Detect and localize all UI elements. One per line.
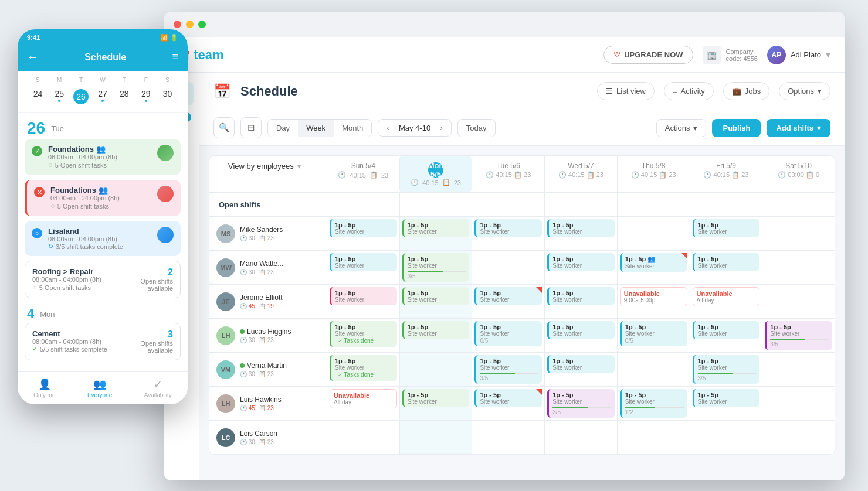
list-view-button[interactable]: ☰ List view (597, 82, 655, 100)
tab-month[interactable]: Month (334, 120, 371, 137)
shift-lucas-sat[interactable]: 1p - 5p Site worker 3/5 (765, 321, 832, 350)
shift-verna-tue[interactable]: 1p - 5p Site worker 3/5 (474, 355, 542, 384)
phone-nav-only-me[interactable]: 👤 Only me (33, 378, 55, 398)
actions-label: Actions (665, 124, 690, 132)
cal-day-24[interactable]: 24 (27, 87, 49, 107)
shift-mario-thu[interactable]: 1p - 5p 👥 Site worker (620, 253, 687, 272)
mike-avatar: MS (216, 224, 235, 243)
progress-fill (625, 407, 655, 408)
shift-jerome-wed[interactable]: 1p - 5p Site worker (547, 287, 615, 305)
upgrade-now-button[interactable]: ♡ UPGRADE NOW (603, 46, 693, 64)
shift-mario-wed[interactable]: 1p - 5p Site worker (547, 253, 615, 271)
shift-luis-sun-unavail[interactable]: Unavailable All day (330, 389, 397, 408)
add-shifts-button[interactable]: Add shifts ▾ (767, 119, 830, 137)
progress-fill (698, 373, 733, 374)
window-close-button[interactable] (174, 21, 181, 28)
view-by-employees[interactable]: View by employees ▾ (219, 162, 322, 171)
date-prev-button[interactable]: ‹ (384, 122, 392, 134)
cal-day-28[interactable]: 28 (113, 87, 135, 107)
shift-jerome-tue[interactable]: 1p - 5p Site worker (474, 287, 542, 305)
phone-shift-card-roofing[interactable]: Roofing > Repair 08:00am - 04:00pm (8h) … (25, 261, 181, 298)
heart-icon: ♡ (613, 50, 621, 59)
shift-mike-sun[interactable]: 1p - 5p Site worker (330, 219, 397, 237)
upgrade-label: UPGRADE NOW (624, 50, 683, 59)
shift-mario-mon[interactable]: 1p - 5p Site worker 3/5 (402, 253, 470, 282)
window-minimize-button[interactable] (186, 21, 194, 28)
luis-details: Luis Hawkins 🕐 45 📋 23 (240, 395, 282, 411)
cal-day-27[interactable]: 27 (92, 87, 114, 107)
shift-time: 1p - 5p (698, 323, 757, 330)
mario-thu: 1p - 5p 👥 Site worker (617, 251, 690, 284)
shift-jerome-sun[interactable]: 1p - 5p Site worker (330, 287, 397, 305)
shift-mario-fri[interactable]: 1p - 5p Site worker (693, 253, 760, 271)
shift-mike-wed[interactable]: 1p - 5p Site worker (547, 219, 615, 237)
cal-header-w: W (92, 77, 114, 83)
mario-name: Mario Watte... (240, 260, 283, 268)
shift-luis-tue[interactable]: 1p - 5p Site worker (474, 389, 542, 407)
shift-jerome-fri-unavail[interactable]: Unavailable All day (693, 287, 760, 306)
cal-day-30[interactable]: 30 (157, 87, 178, 107)
lois-tue (472, 421, 544, 454)
sun-cal-icon: 📋 (369, 171, 378, 179)
phone-screen-title: Schedule (84, 52, 126, 63)
shift-lucas-thu[interactable]: 1p - 5p Site worker 0/5 (620, 321, 687, 346)
shift-verna-sun[interactable]: 1p - 5p Site worker ✓ Tasks done (330, 355, 397, 381)
date-next-button[interactable]: › (438, 122, 445, 134)
publish-button[interactable]: Publish (712, 119, 761, 137)
shift-time: 1p - 5p (552, 357, 611, 364)
user-profile[interactable]: AP Adi Plato ▾ (767, 46, 830, 64)
shift-jerome-mon[interactable]: 1p - 5p Site worker (402, 287, 470, 305)
actions-button[interactable]: Actions ▾ (656, 119, 707, 137)
activity-button[interactable]: ≡ Activity (664, 82, 714, 100)
shift-luis-wed[interactable]: 1p - 5p Site worker 3/5 (547, 389, 615, 418)
phone-nav-everyone[interactable]: 👥 Everyone (87, 378, 112, 398)
cal-day-26-today[interactable]: 26 (70, 87, 92, 107)
shift-mike-tue[interactable]: 1p - 5p Site worker (474, 219, 542, 237)
phone-shift-card-foundations-2[interactable]: ✕ Foundations 👥 08:00am - 04:00pm (8h) ○… (25, 180, 181, 216)
shift-mario-sun[interactable]: 1p - 5p Site worker (330, 253, 397, 271)
shift-lucas-wed[interactable]: 1p - 5p Site worker (547, 321, 615, 339)
mon-hours: 40:15 (422, 179, 439, 186)
shift-time: 1p - 5p (698, 357, 757, 364)
options-button[interactable]: Options ▾ (779, 82, 830, 100)
lois-shifts: 📋 23 (259, 439, 274, 445)
shift-lucas-fri[interactable]: 1p - 5p Site worker (693, 321, 760, 339)
jobs-button[interactable]: 💼 Jobs (723, 82, 769, 100)
shift-luis-fri[interactable]: 1p - 5p Site worker (693, 389, 760, 407)
phone-menu-button[interactable]: ≡ (172, 51, 178, 63)
shift-role: Site worker (625, 263, 684, 270)
tab-week[interactable]: Week (298, 120, 334, 137)
shift-luis-thu[interactable]: 1p - 5p Site worker 1/2 (620, 389, 687, 418)
shift-luis-mon[interactable]: 1p - 5p Site worker (402, 389, 470, 407)
shift-mike-mon[interactable]: 1p - 5p Site worker (402, 219, 470, 237)
phone-nav-availability[interactable]: ✓ Availability (144, 378, 172, 398)
add-shifts-dropdown-icon: ▾ (817, 124, 821, 132)
shift-verna-wed[interactable]: 1p - 5p Site worker (547, 355, 615, 373)
cal-day-25[interactable]: 25 (49, 87, 70, 107)
shift-time-2: 08:00am - 04:00pm (8h) (50, 195, 120, 202)
employee-row-verna: VM Verna Martin 🕐 30 📋 23 (209, 353, 835, 387)
shift-verna-fri[interactable]: 1p - 5p Site worker 3/5 (693, 355, 760, 384)
phone-shift-card-cement[interactable]: Cement 08:00am - 04:00pm (8h) ✓ 5/5 shif… (25, 323, 181, 360)
cal-day-29[interactable]: 29 (135, 87, 157, 107)
progress-fill (552, 407, 588, 408)
shift-jerome-thu-unavail[interactable]: Unavailable 9:00a-5:00p (620, 287, 687, 306)
shift-role: Site worker (552, 296, 611, 303)
search-button[interactable]: 🔍 (213, 117, 235, 138)
shift-lucas-mon[interactable]: 1p - 5p Site worker (402, 321, 470, 339)
filter-button[interactable]: ⊟ (240, 117, 262, 138)
phone-shift-card-lisaland[interactable]: ○ Lisaland 08:00am - 04:00pm (8h) ↻ 3/5 … (25, 221, 181, 256)
header-sun: Sun 5/4 🕐 40:15 📋 23 (327, 156, 399, 192)
phone-shift-card-foundations-1[interactable]: ✓ Foundations 👥 08:00am - 04:00pm (8h) ○… (25, 139, 181, 175)
shift-mike-fri[interactable]: 1p - 5p Site worker (693, 219, 760, 237)
phone-back-button[interactable]: ← (27, 50, 39, 64)
shift-lucas-tue[interactable]: 1p - 5p Site worker 0/5 (474, 321, 542, 346)
employee-row-lucas: LH Lucas Higgins 🕐 30 📋 23 (209, 319, 835, 353)
today-button[interactable]: Today (457, 119, 496, 137)
tab-day[interactable]: Day (268, 120, 298, 137)
shift-lucas-sun[interactable]: 1p - 5p Site worker ✓ Tasks done (330, 321, 397, 347)
open-shifts-mon (399, 193, 472, 216)
mike-mon: 1p - 5p Site worker (399, 217, 472, 250)
lois-details: Lois Carson 🕐 30 📋 23 (240, 429, 277, 445)
window-maximize-button[interactable] (198, 21, 206, 28)
